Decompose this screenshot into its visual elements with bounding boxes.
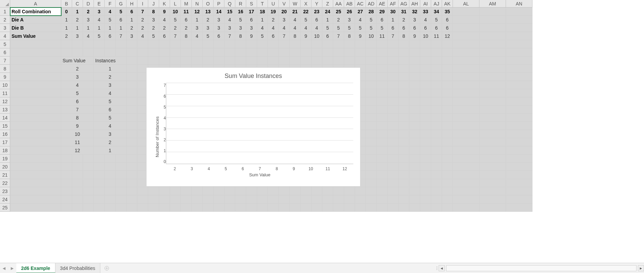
row-header-13[interactable]: 13	[0, 106, 10, 114]
cell-AM5[interactable]	[479, 40, 506, 48]
row-header-21[interactable]: 21	[0, 171, 10, 179]
cell-A23[interactable]	[10, 187, 61, 195]
cell-AG22[interactable]	[399, 179, 409, 187]
cell-D19[interactable]	[83, 155, 94, 163]
cell-AK14[interactable]	[442, 114, 453, 122]
cell-AI8[interactable]	[420, 65, 431, 73]
cell-M2[interactable]: 6	[181, 16, 192, 24]
cell-B1[interactable]: 0	[61, 7, 72, 16]
cell-AE14[interactable]	[377, 114, 388, 122]
cell-A6[interactable]	[10, 48, 61, 57]
cell-A18[interactable]	[10, 146, 61, 155]
cell-H4[interactable]: 3	[126, 32, 137, 40]
cell-AB7[interactable]	[344, 57, 355, 65]
cell-AI1[interactable]: 33	[420, 7, 431, 16]
cell-I24[interactable]	[137, 195, 148, 204]
cell-AK5[interactable]	[442, 40, 453, 48]
row-header-11[interactable]: 11	[0, 89, 10, 97]
cell-C19[interactable]	[72, 155, 83, 163]
cell-AF7[interactable]	[388, 57, 399, 65]
cell-AM19[interactable]	[479, 155, 506, 163]
cell-F6[interactable]	[105, 48, 116, 57]
cell-AA2[interactable]: 2	[333, 16, 344, 24]
summary-sum-9[interactable]: 9	[61, 122, 94, 130]
cell-AB2[interactable]: 3	[344, 16, 355, 24]
cell-AF11[interactable]	[388, 89, 399, 97]
cell-AN17[interactable]	[506, 138, 532, 146]
cell-O5[interactable]	[203, 40, 214, 48]
cell-G4[interactable]: 7	[116, 32, 126, 40]
cell-D24[interactable]	[83, 195, 94, 204]
cell-AL1[interactable]	[453, 7, 479, 16]
col-header-AD[interactable]: AD	[366, 0, 377, 7]
cell-H13[interactable]	[126, 106, 137, 114]
cell-AH13[interactable]	[409, 106, 420, 114]
col-header-I[interactable]: I	[137, 0, 148, 7]
cell-X1[interactable]: 22	[301, 7, 311, 16]
cell-U7[interactable]	[268, 57, 279, 65]
col-header-AG[interactable]: AG	[399, 0, 409, 7]
cell-E20[interactable]	[94, 163, 105, 171]
cell-A12[interactable]	[10, 97, 61, 106]
cell-G2[interactable]: 6	[116, 16, 126, 24]
cell-AK10[interactable]	[442, 81, 453, 89]
cell-G25[interactable]	[116, 204, 126, 212]
row-header-24[interactable]: 24	[0, 195, 10, 204]
cell-J2[interactable]: 3	[148, 16, 159, 24]
cell-W23[interactable]	[290, 187, 301, 195]
row-header-20[interactable]: 20	[0, 163, 10, 171]
cell-AN2[interactable]	[506, 16, 532, 24]
col-header-M[interactable]: M	[181, 0, 192, 7]
cell-L5[interactable]	[170, 40, 181, 48]
cell-AE21[interactable]	[377, 171, 388, 179]
col-header-AH[interactable]: AH	[409, 0, 420, 7]
cell-AC1[interactable]: 27	[355, 7, 366, 16]
summary-sum-8[interactable]: 8	[61, 114, 94, 122]
cell-AC24[interactable]	[355, 195, 366, 204]
cell-S5[interactable]	[246, 40, 257, 48]
cell-AN4[interactable]	[506, 32, 532, 40]
row-header-12[interactable]: 12	[0, 97, 10, 106]
cell-AK17[interactable]	[442, 138, 453, 146]
cell-I25[interactable]	[137, 204, 148, 212]
tab-nav-next[interactable]: ►	[8, 266, 16, 271]
cell-J1[interactable]: 8	[148, 7, 159, 16]
cell-AE22[interactable]	[377, 179, 388, 187]
cell-AA4[interactable]: 7	[333, 32, 344, 40]
col-header-N[interactable]: N	[192, 0, 203, 7]
cell-AK13[interactable]	[442, 106, 453, 114]
cell-AN18[interactable]	[506, 146, 532, 155]
summary-sum-2[interactable]: 2	[61, 65, 94, 73]
cell-AJ20[interactable]	[431, 163, 442, 171]
col-header-U[interactable]: U	[268, 0, 279, 7]
cell-AM8[interactable]	[479, 65, 506, 73]
cell-AE3[interactable]: 5	[377, 24, 388, 32]
cell-AD10[interactable]	[366, 81, 377, 89]
summary-sum-3[interactable]: 3	[61, 73, 94, 81]
cell-G1[interactable]: 5	[116, 7, 126, 16]
cell-AH9[interactable]	[409, 73, 420, 81]
tab-split-handle[interactable]	[435, 267, 439, 270]
cell-AL7[interactable]	[453, 57, 479, 65]
cell-AN14[interactable]	[506, 114, 532, 122]
hscroll-track[interactable]	[446, 265, 637, 271]
cell-K6[interactable]	[159, 48, 170, 57]
cell-AB1[interactable]: 26	[344, 7, 355, 16]
cell-B2[interactable]: 1	[61, 16, 72, 24]
cell-C1[interactable]: 1	[72, 7, 83, 16]
cell-AN19[interactable]	[506, 155, 532, 163]
cell-C20[interactable]	[72, 163, 83, 171]
cell-H9[interactable]	[126, 73, 137, 81]
cell-Q2[interactable]: 4	[224, 16, 235, 24]
cell-AL6[interactable]	[453, 48, 479, 57]
col-header-Z[interactable]: Z	[322, 0, 333, 7]
cell-A20[interactable]	[10, 163, 61, 171]
cell-AD12[interactable]	[366, 97, 377, 106]
cell-AG9[interactable]	[399, 73, 409, 81]
cell-K1[interactable]: 9	[159, 7, 170, 16]
summary-inst-2[interactable]: 1	[94, 65, 126, 73]
summary-inst-9[interactable]: 4	[94, 122, 126, 130]
cell-AG12[interactable]	[399, 97, 409, 106]
cell-T5[interactable]	[257, 40, 268, 48]
cell-G24[interactable]	[116, 195, 126, 204]
